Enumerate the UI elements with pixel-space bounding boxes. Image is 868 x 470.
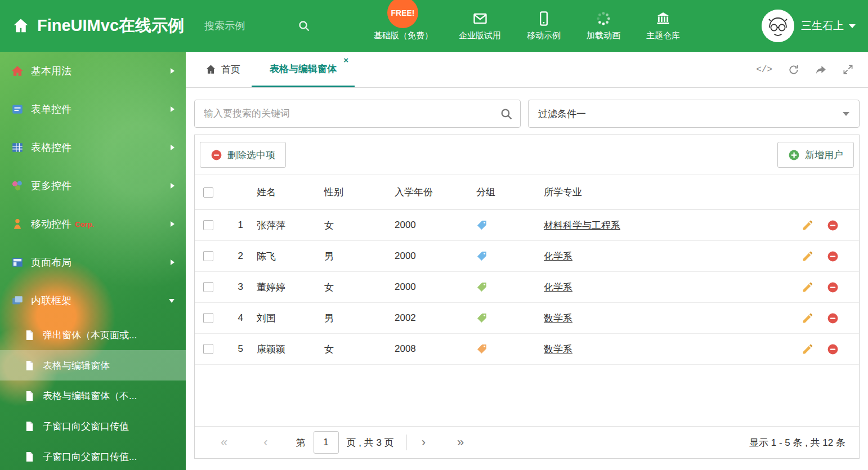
file-icon	[25, 391, 34, 401]
grid-toolbar: 删除选中项 新增用户	[195, 135, 859, 174]
cell-gender: 女	[313, 343, 383, 356]
tabbar-actions: </>	[756, 52, 868, 87]
sidebar: 基本用法 表单控件 表格控件 更多控件 移动控件 Corp. 页面布局	[0, 52, 186, 470]
form-icon	[11, 103, 24, 115]
row-checkbox[interactable]	[203, 282, 213, 292]
nav-label: 加载动画	[587, 30, 620, 41]
search-icon[interactable]	[298, 20, 310, 32]
first-page-button[interactable]: «	[218, 436, 230, 449]
main-content: 首页 表格与编辑窗体 × </>	[186, 52, 868, 470]
add-user-button[interactable]: 新增用户	[777, 142, 854, 168]
delete-icon[interactable]	[827, 312, 839, 324]
major-link[interactable]: 材料科学与工程系	[544, 220, 620, 231]
sidebar-subitem-grid-edit-window[interactable]: 表格与编辑窗体	[0, 350, 186, 381]
filter-dropdown[interactable]: 过滤条件一	[528, 100, 860, 128]
row-checkbox[interactable]	[203, 344, 213, 354]
sidebar-subitem-popup-window[interactable]: 弹出窗体（本页面或...	[0, 320, 186, 350]
nav-mobile-demo[interactable]: 移动示例	[514, 11, 574, 41]
spinner-icon	[596, 11, 611, 26]
sidebar-subitem-grid-edit-window-2[interactable]: 表格与编辑窗体（不...	[0, 381, 186, 411]
mobile-icon	[536, 11, 552, 26]
major-link[interactable]: 化学系	[544, 251, 572, 262]
close-tab-icon[interactable]: ×	[343, 56, 348, 64]
major-link[interactable]: 数学系	[544, 344, 572, 355]
edit-icon[interactable]	[802, 343, 813, 355]
table-row: 3 董婷婷 女 2000 化学系	[195, 272, 859, 303]
table-row: 1 张萍萍 女 2000 材料科学与工程系	[195, 210, 859, 241]
edit-icon[interactable]	[802, 250, 813, 262]
nav-label: 移动示例	[527, 30, 561, 41]
page-number-input[interactable]	[314, 431, 339, 454]
row-checkbox[interactable]	[203, 220, 213, 230]
header-search-input[interactable]	[204, 20, 289, 32]
expand-icon[interactable]	[843, 64, 853, 75]
keyword-search-input[interactable]	[195, 100, 520, 127]
refresh-icon[interactable]	[788, 64, 799, 75]
col-major[interactable]: 所学专业	[533, 186, 794, 199]
table-empty-space	[195, 365, 859, 426]
home-icon	[205, 64, 216, 75]
nav-theme-repo[interactable]: 主题仓库	[633, 11, 693, 41]
nav-enterprise-trial[interactable]: 企业版试用	[446, 11, 514, 41]
row-number: 1	[221, 220, 245, 231]
page-suffix: 页 , 共 3 页	[347, 436, 394, 449]
file-icon	[25, 421, 34, 432]
user-menu[interactable]: 三生石上	[762, 10, 856, 42]
sidebar-item-grid-controls[interactable]: 表格控件	[0, 128, 186, 167]
sidebar-item-form-controls[interactable]: 表单控件	[0, 90, 186, 128]
record-summary: 显示 1 - 5 条 , 共 12 条	[749, 436, 845, 449]
plus-circle-icon	[788, 149, 800, 161]
col-name[interactable]: 姓名	[245, 186, 313, 199]
search-icon[interactable]	[500, 108, 513, 120]
layout-icon	[11, 256, 24, 268]
filter-row: 过滤条件一	[194, 100, 860, 128]
nav-label: 企业版试用	[459, 30, 501, 41]
tag-icon	[476, 312, 487, 324]
page-prefix: 第	[296, 436, 306, 449]
tab-home[interactable]: 首页	[194, 52, 252, 87]
col-gender[interactable]: 性别	[313, 186, 383, 199]
col-year[interactable]: 入学年份	[383, 186, 465, 199]
file-icon	[25, 330, 34, 341]
edit-icon[interactable]	[802, 220, 813, 231]
cell-gender: 女	[313, 219, 383, 232]
next-page-button[interactable]: ›	[419, 436, 428, 449]
home-logo-icon[interactable]	[12, 17, 29, 34]
top-header: FineUIMvc在线示例 FREE! 基础版（免费） 企业版试用 移动示例 加…	[0, 0, 868, 52]
delete-icon[interactable]	[827, 343, 839, 355]
source-code-icon[interactable]: </>	[756, 65, 772, 75]
delete-icon[interactable]	[827, 220, 839, 231]
sidebar-subitem-child-to-parent[interactable]: 子窗口向父窗口传值	[0, 411, 186, 441]
file-icon	[25, 360, 34, 371]
prev-page-button[interactable]: ‹	[261, 436, 270, 449]
tab-grid-edit-window[interactable]: 表格与编辑窗体 ×	[252, 52, 355, 87]
share-icon[interactable]	[815, 64, 827, 75]
delete-icon[interactable]	[827, 250, 839, 262]
sidebar-item-page-layout[interactable]: 页面布局	[0, 243, 186, 281]
shapes-icon	[11, 180, 24, 192]
select-all-checkbox[interactable]	[203, 187, 213, 198]
row-checkbox[interactable]	[203, 313, 213, 323]
divider	[406, 435, 407, 450]
edit-icon[interactable]	[802, 312, 813, 324]
sidebar-subitem-child-to-parent-2[interactable]: 子窗口向父窗口传值...	[0, 441, 186, 470]
nav-loading-animation[interactable]: 加载动画	[574, 11, 633, 41]
edit-icon[interactable]	[802, 281, 813, 293]
major-link[interactable]: 化学系	[544, 282, 572, 293]
major-link[interactable]: 数学系	[544, 313, 572, 324]
sidebar-item-iframe[interactable]: 内联框架	[0, 281, 186, 320]
chevron-down-icon	[849, 24, 856, 28]
chevron-down-icon	[843, 112, 849, 116]
cell-year: 2002	[383, 312, 465, 324]
row-checkbox[interactable]	[203, 251, 213, 261]
col-group[interactable]: 分组	[465, 186, 533, 199]
tab-bar: 首页 表格与编辑窗体 × </>	[186, 52, 868, 88]
last-page-button[interactable]: »	[455, 436, 466, 449]
delete-selected-button[interactable]: 删除选中项	[200, 142, 286, 168]
cell-year: 2000	[383, 281, 465, 293]
sidebar-item-basic-usage[interactable]: 基本用法	[0, 52, 186, 90]
cell-name: 董婷婷	[245, 281, 313, 294]
sidebar-item-more-controls[interactable]: 更多控件	[0, 167, 186, 205]
delete-icon[interactable]	[827, 281, 839, 293]
sidebar-item-mobile-controls[interactable]: 移动控件 Corp.	[0, 205, 186, 243]
